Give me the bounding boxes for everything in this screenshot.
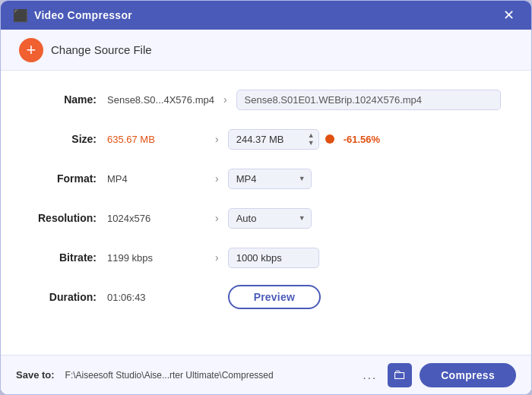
duration-target-wrap: Preview <box>228 285 501 309</box>
format-select[interactable]: MP4 AVI MOV MKV <box>228 169 312 189</box>
size-arrow-icon: › <box>215 133 219 145</box>
main-window: ⬛ Video Compressor ✕ + Change Source Fil… <box>0 0 532 395</box>
content-area: Name: Sense8.S0...4X576.mp4 › Sense8.S01… <box>1 71 531 355</box>
toolbar: + Change Source File <box>1 30 531 71</box>
resolution-arrow-icon: › <box>215 212 219 224</box>
save-path-value: F:\Aiseesoft Studio\Aise...rter Ultimate… <box>65 370 353 381</box>
format-arrow-icon: › <box>215 172 219 185</box>
size-source-value: 635.67 MB <box>107 134 206 145</box>
name-label: Name: <box>31 93 107 106</box>
app-title: Video Compressor <box>34 9 132 21</box>
bitrate-target-input[interactable] <box>228 248 319 268</box>
name-target-input[interactable]: Sense8.S01E01.WEBrip.1024X576.mp4 <box>236 90 501 110</box>
size-pct-value: -61.56% <box>344 134 380 145</box>
name-source-value: Sense8.S0...4X576.mp4 <box>107 94 214 106</box>
titlebar-left: ⬛ Video Compressor <box>13 8 132 23</box>
bitrate-label: Bitrate: <box>31 251 107 264</box>
dots-button[interactable]: ... <box>360 367 381 383</box>
resolution-row: Resolution: 1024x576 › Auto 1920x1080 12… <box>31 204 501 232</box>
footer: Save to: F:\Aiseesoft Studio\Aise...rter… <box>1 355 531 394</box>
duration-label: Duration: <box>31 291 107 303</box>
compress-button[interactable]: Compress <box>420 363 516 387</box>
duration-row: Duration: 01:06:43 › Preview <box>31 283 501 311</box>
close-button[interactable]: ✕ <box>499 7 519 24</box>
size-spinners: ▲ ▼ <box>306 132 316 147</box>
name-arrow-icon: › <box>223 93 227 106</box>
resolution-select[interactable]: Auto 1920x1080 1280x720 1024x576 <box>228 208 312 229</box>
bitrate-arrow-icon: › <box>215 251 219 264</box>
resolution-label: Resolution: <box>31 212 107 224</box>
resolution-source-value: 1024x576 <box>107 213 206 224</box>
bitrate-target-wrap <box>228 248 501 268</box>
format-select-wrap: MP4 AVI MOV MKV <box>228 169 312 189</box>
add-icon: + <box>19 38 43 62</box>
bitrate-row: Bitrate: 1199 kbps › <box>31 244 501 271</box>
size-down-button[interactable]: ▼ <box>306 140 316 147</box>
app-icon: ⬛ <box>13 8 28 23</box>
preview-button[interactable]: Preview <box>228 285 321 309</box>
resolution-target-wrap: Auto 1920x1080 1280x720 1024x576 <box>228 208 501 229</box>
name-target-wrap: Sense8.S01E01.WEBrip.1024X576.mp4 <box>236 90 501 110</box>
save-to-label: Save to: <box>16 369 55 381</box>
change-source-button[interactable]: + Change Source File <box>19 38 152 62</box>
duration-source-value: 01:06:43 <box>107 292 206 303</box>
bitrate-source-value: 1199 kbps <box>107 252 206 264</box>
size-input-wrap: ▲ ▼ <box>228 129 319 150</box>
size-dot-indicator <box>325 134 334 144</box>
size-target-input[interactable] <box>228 129 319 150</box>
size-target-wrap: ▲ ▼ -61.56% <box>228 129 501 150</box>
format-label: Format: <box>31 172 107 185</box>
folder-icon: 🗀 <box>393 367 407 383</box>
titlebar: ⬛ Video Compressor ✕ <box>1 1 531 30</box>
resolution-select-wrap: Auto 1920x1080 1280x720 1024x576 <box>228 208 312 229</box>
format-source-value: MP4 <box>107 173 206 185</box>
change-source-label: Change Source File <box>51 43 152 56</box>
folder-button[interactable]: 🗀 <box>388 363 412 387</box>
size-label: Size: <box>31 133 107 145</box>
name-row: Name: Sense8.S0...4X576.mp4 › Sense8.S01… <box>31 86 501 113</box>
size-row: Size: 635.67 MB › ▲ ▼ -61.56% <box>31 125 501 153</box>
size-up-button[interactable]: ▲ <box>306 132 316 139</box>
format-row: Format: MP4 › MP4 AVI MOV MKV <box>31 165 501 192</box>
format-target-wrap: MP4 AVI MOV MKV <box>228 169 501 189</box>
